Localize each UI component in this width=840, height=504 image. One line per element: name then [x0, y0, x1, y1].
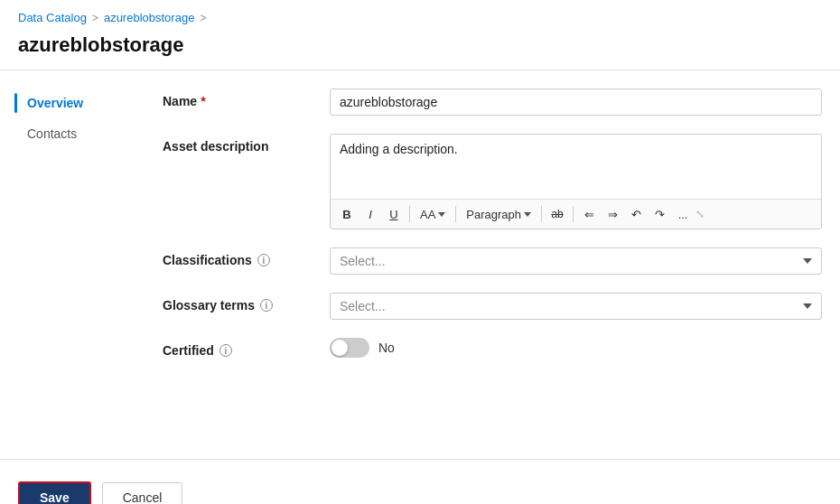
sidebar-item-overview[interactable]: Overview	[18, 89, 135, 117]
glossary-control: Select...	[330, 293, 822, 320]
main-layout: Overview Contacts Name * Asset descripti…	[0, 70, 840, 450]
bold-button[interactable]: B	[336, 203, 358, 225]
strikethrough-button[interactable]: ab	[546, 203, 568, 225]
resize-handle[interactable]: ⤡	[695, 208, 705, 220]
description-row: Asset description Adding a description. …	[163, 134, 822, 229]
certified-info-icon[interactable]: i	[219, 344, 232, 357]
classifications-label: Classifications i	[163, 247, 330, 267]
description-textarea[interactable]: Adding a description.	[331, 135, 821, 196]
description-control: Adding a description. B I U AA Par	[330, 134, 822, 229]
page-title: azureblobstorage	[0, 30, 840, 70]
certified-toggle[interactable]	[330, 338, 369, 358]
glossary-info-icon[interactable]: i	[260, 299, 273, 312]
glossary-dropdown[interactable]: Select...	[330, 293, 822, 320]
toolbar-sep-2	[455, 206, 456, 222]
paragraph-dropdown[interactable]: Paragraph	[461, 205, 537, 224]
classifications-dropdown[interactable]: Select...	[330, 247, 822, 275]
bottom-divider	[0, 459, 840, 460]
certified-status: No	[378, 341, 395, 355]
italic-button[interactable]: I	[359, 203, 381, 225]
name-label: Name *	[163, 89, 330, 108]
name-input[interactable]	[330, 89, 822, 116]
certified-control: No	[330, 338, 822, 358]
breadcrumb-sep-1: >	[92, 12, 98, 24]
save-button[interactable]: Save	[18, 481, 91, 504]
breadcrumb-data-catalog[interactable]: Data Catalog	[18, 11, 87, 24]
font-size-chevron	[438, 212, 445, 217]
description-label: Asset description	[163, 134, 330, 154]
indent-button[interactable]: ⇐	[578, 203, 600, 225]
glossary-row: Glossary terms i Select...	[163, 293, 822, 320]
outdent-button[interactable]: ⇒	[602, 203, 623, 225]
glossary-chevron	[803, 303, 812, 309]
font-size-dropdown[interactable]: AA	[415, 205, 451, 224]
cancel-button[interactable]: Cancel	[102, 482, 183, 504]
description-box: Adding a description. B I U AA Par	[330, 134, 822, 229]
toggle-thumb	[331, 340, 348, 356]
footer-actions: Save Cancel	[0, 469, 840, 504]
toolbar-sep-4	[573, 206, 574, 222]
underline-button[interactable]: U	[383, 203, 405, 225]
required-indicator: *	[201, 94, 205, 108]
breadcrumb-sep-2: >	[200, 12, 206, 24]
sidebar: Overview Contacts	[18, 70, 135, 450]
name-row: Name *	[163, 89, 822, 116]
more-button[interactable]: ...	[672, 203, 694, 225]
rich-text-toolbar: B I U AA Paragraph	[331, 199, 821, 229]
classifications-chevron	[803, 258, 812, 264]
toolbar-sep-3	[541, 206, 542, 222]
paragraph-chevron	[524, 212, 531, 217]
toolbar-sep-1	[409, 206, 410, 222]
name-control	[330, 89, 822, 116]
sidebar-item-contacts[interactable]: Contacts	[18, 119, 135, 148]
undo-button[interactable]: ↶	[625, 203, 647, 225]
classifications-info-icon[interactable]: i	[257, 254, 270, 266]
glossary-label: Glossary terms i	[163, 293, 330, 313]
redo-button[interactable]: ↷	[649, 203, 670, 225]
certified-toggle-row: No	[330, 338, 822, 358]
classifications-control: Select...	[330, 247, 822, 275]
form-area: Name * Asset description Adding a descri…	[135, 70, 822, 450]
certified-label: Certified i	[163, 338, 330, 358]
breadcrumb-azureblobstorage[interactable]: azureblobstorage	[104, 11, 194, 24]
breadcrumb: Data Catalog > azureblobstorage >	[0, 0, 840, 30]
certified-row: Certified i No	[163, 338, 822, 358]
classifications-row: Classifications i Select...	[163, 247, 822, 275]
